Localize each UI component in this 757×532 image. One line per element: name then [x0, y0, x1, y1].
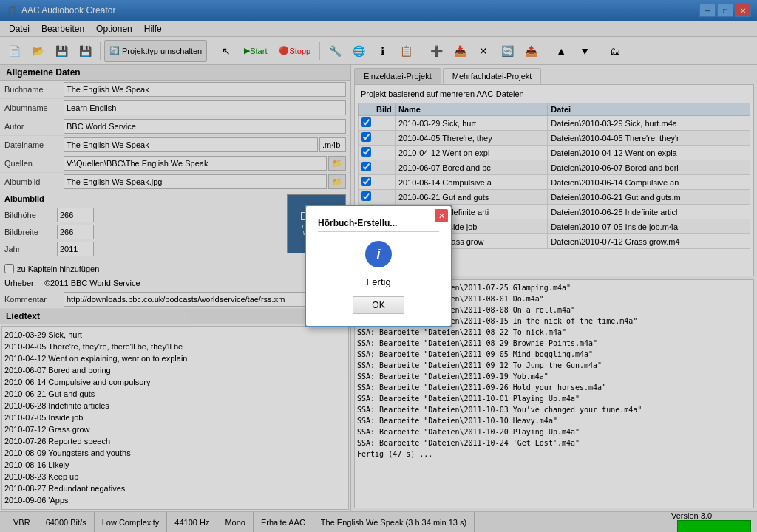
dialog-message: Fertig	[366, 276, 390, 287]
dialog-title: Hörbuch-Erstellu...	[318, 218, 439, 232]
dialog: Hörbuch-Erstellu... ✕ i Fertig OK	[305, 205, 452, 327]
dialog-overlay: Hörbuch-Erstellu... ✕ i Fertig OK	[0, 0, 757, 532]
dialog-info-icon: i	[365, 241, 392, 267]
dialog-close-button[interactable]: ✕	[435, 209, 448, 222]
dialog-ok-button[interactable]: OK	[353, 296, 404, 314]
